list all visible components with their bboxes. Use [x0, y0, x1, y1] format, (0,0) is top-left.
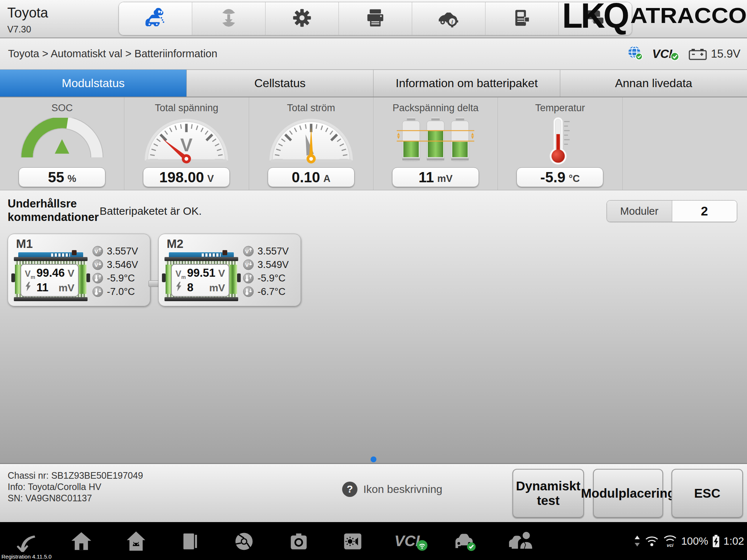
data-transfer-icon — [634, 535, 641, 547]
bottom-info-bar: Chassi nr: SB1Z93BE50E197049 Info: Toyot… — [0, 463, 747, 523]
svg-text:V: V — [245, 248, 249, 254]
gauge-empty-cell — [623, 97, 747, 190]
system-status-area: vci 100% 1:02 — [634, 522, 744, 560]
gauge-soc-label: SOC — [0, 102, 124, 114]
car-battery-icon — [688, 47, 707, 61]
gauge-pack-delta: Packspänning delta — [374, 97, 498, 190]
module-value-box: Vm 99.51 V 8 mV — [171, 264, 229, 297]
android-home-button[interactable] — [125, 531, 147, 552]
battery-voltage-value: 15.9V — [711, 47, 740, 61]
home-button[interactable] — [71, 531, 92, 552]
remote-expert-button[interactable] — [506, 531, 538, 552]
gauge-temp-label: Temperatur — [498, 102, 622, 114]
page-indicator-dot — [371, 456, 376, 462]
messages-chat-icon — [584, 7, 606, 30]
vm-icon: Vm — [175, 269, 187, 280]
svg-text:V: V — [181, 135, 193, 155]
wifi-icon — [645, 535, 659, 547]
data-manager-icon — [511, 7, 533, 30]
lightning-bolt-icon — [175, 282, 187, 293]
serial-number: SN: VA9GN8C01137 — [8, 493, 143, 504]
v-min-icon: V — [243, 259, 254, 270]
v-min-icon: V — [92, 259, 103, 270]
current-needle-gauge-icon — [249, 116, 373, 167]
diagnostics-button[interactable] — [119, 2, 192, 35]
vehicle-info-block: Chassi nr: SB1Z93BE50E197049 Info: Toyot… — [8, 470, 143, 504]
dynamic-test-button[interactable]: Dynamiskt test — [512, 469, 584, 518]
data-manager-button[interactable] — [485, 2, 559, 35]
current-value-box: 0.10 A — [268, 167, 355, 187]
tab-annan-livedata[interactable]: Annan livedata — [560, 70, 747, 97]
settings-button[interactable] — [266, 2, 339, 35]
temp-max-icon — [243, 273, 254, 284]
display-settings-button[interactable] — [342, 531, 363, 552]
gauge-voltage-label: Total spänning — [124, 102, 248, 114]
module-placement-button[interactable]: Modulplacering — [593, 469, 663, 518]
vehicle-data-button[interactable]: i — [412, 2, 485, 35]
voltage-needle-gauge-icon: V — [124, 116, 248, 167]
vci-status-label: VCI — [652, 47, 672, 61]
battery-percent: 100% — [681, 535, 708, 547]
recent-apps-button[interactable] — [179, 531, 201, 552]
recommendation-title: Underhållsrekommendationer — [8, 197, 99, 224]
tab-batteripaket-info[interactable]: Information om batteripaket — [374, 70, 560, 97]
print-button[interactable] — [339, 2, 412, 35]
modules-counter-label: Moduler — [607, 201, 672, 222]
recommendation-message: Batteripaketet är OK. — [100, 205, 202, 217]
vehicle-lift-icon — [217, 7, 240, 31]
vehicle-battery-status: 15.9V — [688, 47, 740, 61]
modules-counter: Moduler 2 — [607, 200, 737, 222]
svg-text:V: V — [245, 262, 249, 268]
svg-text:i: i — [452, 19, 453, 25]
gauge-current-label: Total ström — [249, 102, 373, 114]
v-max-icon: V — [243, 246, 254, 257]
breadcrumb: Toyota > Automatiskt val > Batteriinform… — [8, 48, 217, 60]
vehicle-lift-button[interactable] — [192, 2, 266, 35]
temp-min-icon — [243, 286, 254, 297]
soc-value-box: 55 % — [19, 167, 105, 187]
esc-button[interactable]: ESC — [671, 469, 743, 518]
tab-cellstatus[interactable]: Cellstatus — [187, 70, 374, 97]
diagnostics-car-cloud-icon — [144, 7, 167, 31]
back-button[interactable] — [16, 531, 37, 552]
vehicle-info: Info: Toyota/Corolla HV — [8, 481, 143, 493]
module-card-m1[interactable]: M1 Vm 99.46 V 11 mV — [8, 234, 150, 306]
clock: 1:02 — [724, 535, 744, 547]
vci-manager-button[interactable]: VCI — [392, 531, 433, 552]
app-version: V7.30 — [7, 24, 31, 35]
v-max-icon: V — [92, 246, 103, 257]
vehicle-connection-button[interactable] — [452, 531, 479, 552]
module-value-box: Vm 99.46 V 11 mV — [20, 264, 79, 297]
tab-modulstatus[interactable]: Modulstatus — [0, 70, 187, 97]
icon-description-button[interactable]: ? Ikon beskrivning — [342, 482, 442, 497]
breadcrumb-bar: Toyota > Automatiskt val > Batteriinform… — [0, 38, 747, 70]
modules-counter-value: 2 — [672, 201, 737, 222]
vehicle-data-gear-info-icon: i — [437, 7, 460, 31]
question-mark-icon: ? — [342, 482, 357, 497]
temp-max-icon — [92, 273, 103, 284]
camera-button[interactable] — [288, 531, 309, 552]
support-chat-button[interactable] — [559, 2, 632, 35]
chrome-browser-button[interactable] — [233, 531, 255, 552]
soc-arc-gauge-icon — [0, 116, 124, 167]
chassis-number: Chassi nr: SB1Z93BE50E197049 — [8, 470, 143, 481]
connection-status-group: VCI 15.9V — [627, 38, 740, 69]
battery-charging-icon — [712, 534, 720, 548]
svg-text:V: V — [94, 262, 98, 268]
icon-description-label: Ikon beskrivning — [363, 483, 442, 495]
android-navbar: VCI vci 100% 1:02 Registration 4.11.5.0 — [0, 522, 747, 560]
thermometer-icon — [498, 116, 622, 167]
printer-icon — [365, 7, 386, 30]
settings-gear-icon — [291, 7, 313, 30]
module-title: M1 — [16, 237, 33, 251]
main-toolbar: i — [119, 2, 632, 35]
delta-value-box: 11 mV — [392, 167, 479, 187]
vci-status: VCI — [652, 47, 680, 61]
module-status-panel: Underhållsrekommendationer Batteripakete… — [0, 190, 747, 463]
svg-text:VCI: VCI — [394, 532, 420, 549]
tab-bar: Modulstatus Cellstatus Information om ba… — [0, 70, 747, 97]
module-card-m2[interactable]: M2 Vm 99.51 V 8 mV — [158, 234, 301, 306]
atracco-logo-text: ATRACCO — [631, 3, 747, 28]
registration-version: Registration 4.11.5.0 — [1, 553, 51, 560]
lightning-bolt-icon — [25, 282, 36, 293]
